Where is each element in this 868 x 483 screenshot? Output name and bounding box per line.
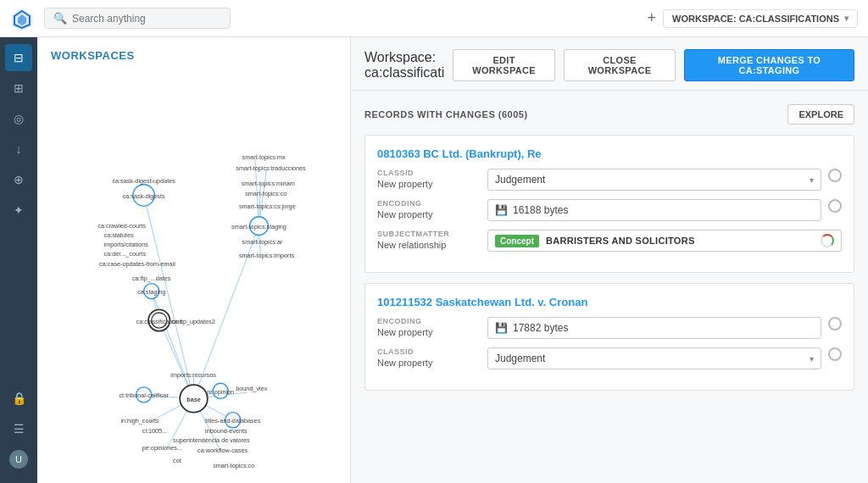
label-bound-vlex: bound_vlex [236,385,267,392]
records-header: RECORDS WITH CHANGES (6005) EXPLORE [364,104,854,125]
field-category-classid-2: CLASSID [377,347,487,356]
concept-spinner-1 [821,234,834,247]
field-encoding-2: ENCODING New property 💾 17882 bytes [377,317,842,339]
svg-text:titles-and-databases: titles-and-databases [205,417,261,425]
right-panel-header: Workspace: ca:classificati EDIT WORKSPAC… [351,37,868,91]
svg-text:nr:opinion: nr:opinion [207,388,234,396]
label-imports-recursos: imports:recursos [170,371,216,379]
edit-workspace-button[interactable]: EDIT WORKSPACE [453,49,555,81]
disk-icon-1: 💾 [495,204,508,216]
records-title: RECORDS WITH CHANGES (6005) [364,109,528,119]
svg-text:smart-topics:staging: smart-topics:staging [231,223,287,230]
label-smart-jorge: smart-topics:cs:jorge [239,203,296,210]
app-logo[interactable] [10,7,34,31]
record-card-1: 0810363 BC Ltd. (Bankrupt), Re CLASSID N… [364,135,854,273]
svg-text:ca:ftp_...dates: ca:ftp_...dates [132,275,171,282]
record-2-link[interactable]: 101211532 Saskatchewan Ltd. v. Cronan [377,296,842,308]
field-encoding-1: ENCODING New property 💾 16188 bytes [377,199,842,221]
sidebar-item-lock[interactable]: 🔒 [5,385,32,412]
field-label-subjectmatter-1: SUBJECTMATTER New relationship [377,230,487,250]
label-crawled-courts: ca:crawled-courts [97,222,146,230]
sidebar-item-list[interactable]: ☰ [5,415,32,442]
label-der-courts: ca:der..._courts [104,250,147,258]
merge-changes-button[interactable]: MERGE CHANGES TO CA:STAGING [684,49,854,81]
node-base[interactable]: base [180,385,208,413]
field-type-classid-2: New property [377,358,487,368]
label-citations: imports/citations [104,241,149,248]
field-value-classid-1: Judgement ▾ [487,169,821,191]
radio-classid-2[interactable] [828,347,842,361]
sidebar-item-tools[interactable]: ✦ [5,197,32,224]
graph-area[interactable]: base ca:sask-digest-updates ca:sask-dige… [37,69,350,483]
classid-2-value: Judgement [495,353,545,364]
sidebar-item-home[interactable]: ⊞ [5,75,32,102]
main-content: ⊟ ⊞ ◎ ↓ ⊕ ✦ 🔒 ☰ U WORKSPACES [0,37,868,483]
svg-text:base: base [186,396,201,403]
encoding-1-value: 16188 bytes [513,204,568,216]
field-category-encoding-1: ENCODING [377,199,487,208]
subjectmatter-1-concept: Concept BARRISTERS AND SOLICITORS [487,230,842,252]
field-type-classid-1: New property [377,179,487,189]
search-input[interactable] [72,13,221,25]
concept-badge-1: Concept [495,235,539,247]
classid-1-dropdown[interactable]: Judgement ▾ [487,169,821,191]
classid-1-value: Judgement [495,174,545,186]
radio-encoding-1[interactable] [828,199,842,213]
sidebar-item-circle[interactable]: ◎ [5,105,32,132]
field-classid-2: CLASSID New property Judgement ▾ [377,347,842,369]
dropdown-arrow-1: ▾ [810,175,814,185]
record-1-link[interactable]: 0810363 BC Ltd. (Bankrupt), Re [377,147,842,160]
dropdown-arrow-2: ▾ [810,354,814,364]
field-label-encoding-1: ENCODING New property [377,199,487,219]
classid-2-dropdown[interactable]: Judgement ▾ [487,347,821,369]
concept-value-1: BARRISTERS AND SOLICITORS [546,236,814,246]
encoding-1-bytes: 💾 16188 bytes [487,199,821,221]
field-type-subjectmatter-1: New relationship [377,240,487,250]
add-button[interactable]: + [648,9,657,27]
sidebar-item-layers[interactable]: ⊟ [5,44,32,71]
right-panel-body: RECORDS WITH CHANGES (6005) EXPLORE 0810… [351,91,868,483]
field-value-subjectmatter-1: Concept BARRISTERS AND SOLICITORS [487,230,842,252]
label-inbound-events: inbound-events [205,427,248,435]
label-smart-trad: smart-topics:traducciones [236,164,306,172]
field-category-encoding-2: ENCODING [377,317,487,325]
label-pe-opiniones: pe:opiniones... [142,444,182,452]
label-cot: cot [173,457,181,464]
label-smart-co: smart-topics:co [245,190,287,197]
encoding-2-value: 17882 bytes [513,322,568,334]
node-titles-db[interactable]: titles-and-databases [205,413,261,428]
node-smart-topics-staging[interactable]: smart-topics:staging [231,217,287,236]
label-workflow-cases: ca:workflow-cases [198,447,248,454]
node-ct-tribunal[interactable]: ct:tribunal-calificar [119,387,169,402]
explore-button[interactable]: EXPLORE [787,104,854,125]
workspace-title: Workspace: ca:classificati [364,50,444,80]
topbar: 🔍 + WORKSPACE: CA:CLASSIFICATIONS ▾ [0,0,868,37]
label-smart-mx: smart-topics:mx [242,153,286,161]
record-card-2: 101211532 Saskatchewan Ltd. v. Cronan EN… [364,283,854,391]
search-box[interactable]: 🔍 [44,8,231,29]
field-type-encoding-1: New property [377,209,487,219]
label-high-courts: in:high_courts [120,417,159,425]
disk-icon-2: 💾 [495,322,508,334]
close-workspace-button[interactable]: CLOSE WORKSPACE [564,49,676,81]
sidebar-item-globe[interactable]: ⊕ [5,166,32,193]
label-smart-ar: smart-topics:ar [242,238,283,246]
svg-text:ca:staging: ca:staging [137,288,165,296]
svg-line-4 [152,291,194,399]
label-smart-miriam: smart-topics:miriam [242,180,295,187]
field-value-classid-2: Judgement ▾ [487,347,821,369]
workspace-dropdown-icon[interactable]: ▾ [844,14,849,23]
radio-encoding-2[interactable] [828,317,842,330]
svg-text:ca:sask-digest-updates: ca:sask-digest-updates [112,177,175,185]
sidebar-item-user[interactable]: U [5,446,32,473]
node-ca-sask-digests[interactable]: ca:sask-digest-updates ca:sask-digests [112,177,175,206]
label-superintendencia: superintendencia de valores [173,436,250,444]
sidebar-item-download[interactable]: ↓ [5,136,32,163]
node-ca-staging[interactable]: ca:ftp_...dates ca:staging [132,275,171,299]
right-panel: Workspace: ca:classificati EDIT WORKSPAC… [351,37,868,483]
svg-text:ca:sask-digests: ca:sask-digests [123,192,165,200]
node-ca-classifications[interactable]: ca:classifications ca:ftp_updates2 [136,309,215,330]
workspace-graph: base ca:sask-digest-updates ca:sask-dige… [37,69,350,483]
workspace-badge-label: WORKSPACE: CA:CLASSIFICATIONS [672,14,839,24]
radio-classid-1[interactable] [828,169,842,182]
